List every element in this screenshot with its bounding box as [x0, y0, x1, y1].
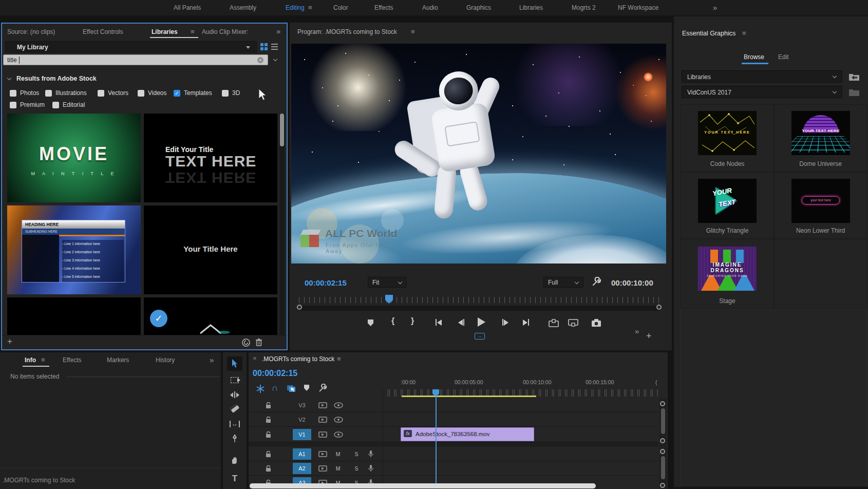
stock-template-news-lower-third[interactable]: HEADING HERE SUBHEADING HERE • Line 1 in…: [7, 205, 141, 294]
workspace-tab-graphics[interactable]: Graphics: [466, 4, 491, 11]
mogrt-code-nodes[interactable]: YOUR TEXT HERE Code Nodes: [681, 104, 774, 172]
go-to-in-button[interactable]: [436, 319, 442, 326]
pen-tool[interactable]: [223, 434, 247, 443]
program-scrollbar[interactable]: [298, 306, 661, 311]
workspace-tab-libraries[interactable]: Libraries: [519, 4, 543, 11]
play-button[interactable]: [478, 317, 485, 327]
tab-effect-controls[interactable]: Effect Controls: [83, 28, 123, 35]
photos-checkbox[interactable]: [10, 90, 16, 97]
tab-source-monitor[interactable]: Source: (no clips): [7, 28, 55, 35]
a1-voiceover-mic-icon[interactable]: [368, 450, 374, 458]
stock-template-text-here[interactable]: Edit Your Title TEXT HERE TEXT HERE: [144, 114, 277, 202]
timeline-close-icon[interactable]: ×: [253, 354, 257, 362]
tab-history[interactable]: History: [156, 356, 175, 364]
v-scroll-thumb[interactable]: [661, 408, 665, 434]
selection-tool[interactable]: [227, 356, 242, 371]
workspace-overflow-chevron-icon[interactable]: »: [713, 3, 717, 12]
quality-dropdown[interactable]: Full: [543, 277, 583, 288]
tab-libraries[interactable]: Libraries: [152, 28, 178, 35]
workspace-tab-all-panels[interactable]: All Panels: [174, 4, 201, 11]
workspace-tab-mogrts2[interactable]: Mogrts 2: [572, 4, 596, 11]
v3-sync-lock-icon[interactable]: [318, 402, 328, 409]
glitchy-triangle-thumbnail[interactable]: YOUR TEXT: [698, 179, 757, 223]
a2-voiceover-mic-icon[interactable]: [368, 464, 374, 473]
clip-fx-badge[interactable]: fx: [404, 430, 412, 437]
program-monitor-title[interactable]: Program: .MOGRTs coming to Stock: [297, 28, 397, 35]
work-area-bar[interactable]: [402, 396, 536, 397]
tab-info[interactable]: Info: [25, 356, 36, 364]
workspace-tab-nf-workspace[interactable]: NF Workspace: [618, 4, 658, 11]
mogrt-neon-lower-third[interactable]: your text here Neon Lower Third: [774, 172, 867, 239]
a1-lock-icon[interactable]: [265, 450, 272, 458]
scrollbar-right-handle[interactable]: [656, 305, 662, 310]
workspace-tab-editing[interactable]: Editing: [286, 4, 305, 11]
tab-effects[interactable]: Effects: [63, 356, 81, 364]
ripple-edit-tool[interactable]: [223, 391, 247, 398]
program-panel-menu-icon[interactable]: ≡: [411, 28, 415, 35]
workspace-tab-color[interactable]: Color: [333, 4, 348, 11]
workspace-tab-assembly[interactable]: Assembly: [230, 4, 256, 11]
a2-mute-button[interactable]: M: [334, 464, 342, 473]
videos-checkbox[interactable]: [138, 90, 144, 97]
video-zoom-handle[interactable]: [660, 401, 665, 406]
libraries-panel-menu-icon[interactable]: ≡: [191, 28, 195, 35]
program-ruler[interactable]: [299, 297, 664, 303]
v2-toggle-visibility-icon[interactable]: [334, 417, 343, 423]
a2-solo-button[interactable]: S: [352, 464, 361, 473]
workspace-tab-audio[interactable]: Audio: [422, 4, 438, 11]
library-scrollbar[interactable]: [279, 114, 285, 335]
neon-lower-third-thumbnail[interactable]: your text here: [791, 179, 850, 223]
track-v3-name[interactable]: V3: [293, 400, 311, 411]
v2-lock-icon[interactable]: [265, 416, 272, 424]
mark-in-button[interactable]: {: [391, 316, 394, 326]
go-to-out-button[interactable]: [523, 319, 529, 326]
timeline-clip[interactable]: fx AdobeStock_78363568.mov: [401, 427, 534, 441]
type-tool[interactable]: T: [223, 474, 247, 484]
scrollbar-left-handle[interactable]: [297, 305, 302, 310]
filter-vectors[interactable]: Vectors: [98, 89, 128, 97]
tab-browse[interactable]: Browse: [744, 53, 764, 61]
stock-template-movie-main-title[interactable]: MOVIE M A I N T I T L E: [7, 114, 141, 202]
filter-videos[interactable]: Videos: [138, 89, 166, 97]
snap-magnet-icon[interactable]: ∩: [272, 383, 278, 393]
v2-sync-lock-icon[interactable]: [318, 416, 328, 423]
info-panel-menu-icon[interactable]: ≡: [41, 356, 45, 364]
stage-thumbnail[interactable]: IMAGINE DRAGONS FEATURING YOUR NAME: [698, 247, 757, 291]
mark-out-button[interactable]: }: [411, 316, 414, 326]
add-marker-button[interactable]: [368, 319, 373, 326]
timeline-timecode[interactable]: 00:00:02:15: [253, 369, 297, 378]
dome-universe-thumbnail[interactable]: YOUR TEXT HERE: [791, 111, 850, 155]
vectors-checkbox[interactable]: [98, 90, 104, 97]
track-v2-name[interactable]: V2: [293, 414, 311, 425]
stock-template-your-title-here[interactable]: Your Title Here: [144, 205, 277, 294]
list-view-icon[interactable]: [271, 44, 278, 50]
razor-tool[interactable]: [223, 406, 247, 411]
track-select-tool[interactable]: [223, 377, 247, 383]
essential-graphics-title[interactable]: Essential Graphics: [682, 30, 735, 37]
templates-checkbox[interactable]: ✓: [174, 90, 180, 97]
delete-item-icon[interactable]: [255, 338, 263, 347]
three-d-checkbox[interactable]: [222, 90, 229, 97]
sync-library-icon[interactable]: [848, 72, 860, 81]
a1-solo-button[interactable]: S: [352, 450, 361, 458]
filter-templates[interactable]: ✓Templates: [174, 89, 212, 97]
timeline-panel-menu-icon[interactable]: ≡: [337, 355, 341, 363]
editing-panel-menu-icon[interactable]: ≡: [308, 4, 312, 11]
video-audio-divider[interactable]: [249, 442, 658, 447]
step-forward-button[interactable]: [502, 319, 508, 326]
timeline-playhead-line[interactable]: [436, 390, 437, 484]
stock-template-item-downloaded[interactable]: ✓: [144, 297, 277, 335]
settings-wrench-icon[interactable]: [592, 277, 602, 287]
code-nodes-thumbnail[interactable]: YOUR TEXT HERE: [698, 111, 757, 155]
source-group-overflow-chevron-icon[interactable]: »: [276, 27, 280, 35]
search-input[interactable]: title ×: [3, 54, 268, 65]
timeline-add-marker-icon[interactable]: [304, 385, 309, 391]
illustrations-checkbox[interactable]: [45, 90, 52, 97]
v1-lock-icon[interactable]: [265, 431, 272, 439]
folder-icon[interactable]: [848, 87, 860, 97]
track-v1-name[interactable]: V1: [293, 429, 311, 440]
library-scrollbar-thumb[interactable]: [280, 114, 284, 146]
step-back-button[interactable]: [458, 319, 464, 326]
mogrt-glitchy-triangle[interactable]: YOUR TEXT Glitchy Triangle: [681, 172, 774, 239]
library-name-dropdown[interactable]: VidConUS 2017: [682, 86, 842, 98]
